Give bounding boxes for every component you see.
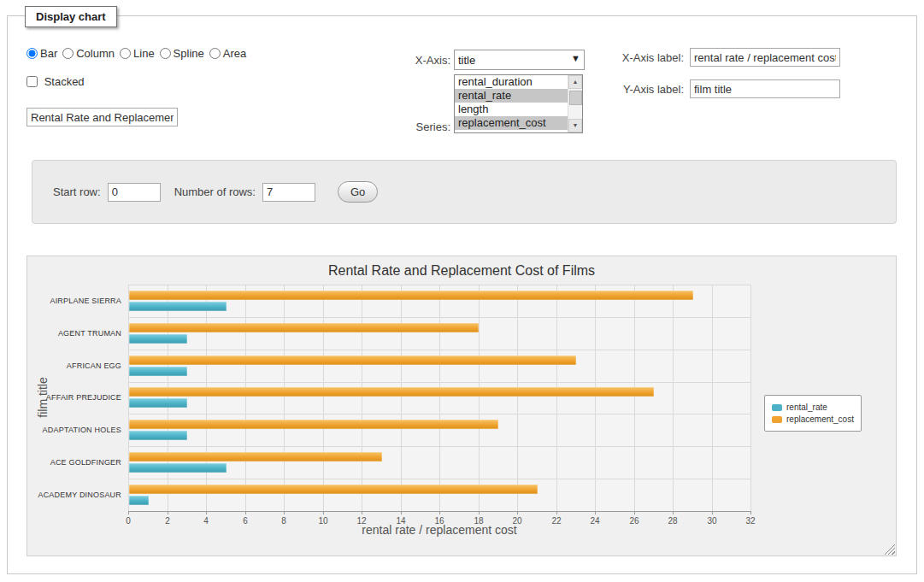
chart-panel: Rental Rate and Replacement Cost of Film… [26,256,897,556]
chart-legend: rental_ratereplacement_cost [764,395,862,432]
gridline [401,285,402,511]
x-tick-label: 12 [356,516,366,526]
chart-type-label: Spline [174,47,204,60]
bar-replacement_cost [129,452,382,461]
chart-type-radio-area[interactable] [209,48,221,59]
series-option-replacement_cost[interactable]: replacement_cost [455,116,568,130]
x-tick-label: 8 [281,516,286,526]
gridline [128,285,750,285]
x-tick-label: 20 [512,516,521,526]
bar-replacement_cost [129,291,693,300]
gridline [634,285,635,511]
x-tick-label: 26 [629,516,639,526]
series-option-rental_rate[interactable]: rental_rate [455,89,568,103]
category-label: AFRICAN EGG [31,362,121,370]
go-button[interactable]: Go [338,181,378,203]
stacked-option: Stacked [26,75,85,88]
gridline [595,285,596,511]
x-tick-label: 24 [590,516,599,526]
y-axis-label-field-label: Y-Axis label: [596,83,684,96]
number-of-rows-label: Number of rows: [174,185,256,198]
series-option-length[interactable]: length [455,103,568,116]
category-label: ADAPTATION HOLES [31,426,121,434]
x-axis-select-wrap: title ▼ [454,50,585,70]
series-field-label: Series: [382,121,450,133]
legend-item-replacement_cost[interactable]: replacement_cost [772,414,854,424]
bar-replacement_cost [129,323,479,332]
gridline [128,382,750,383]
x-tick-label: 28 [668,516,677,526]
chart-type-radio-group: BarColumnLineSplineArea [26,47,251,60]
gridline [362,285,362,511]
category-label: AIRPLANE SIERRA [31,297,121,305]
bar-rental_rate [129,431,187,440]
bar-replacement_cost [129,420,498,429]
x-tick-label: 16 [434,516,444,526]
gridline [128,414,750,414]
chart-title: Rental Rate and Replacement Cost of Film… [27,263,896,279]
chart-type-label: Column [76,47,115,60]
chart-type-option-line: Line [120,47,155,60]
legend-label: rental_rate [786,403,827,412]
scrollbar-thumb[interactable] [569,91,582,105]
display-chart-fieldset: Display chart BarColumnLineSplineArea St… [7,15,917,574]
chart-type-label: Bar [40,47,57,60]
number-of-rows-input[interactable] [262,183,315,202]
bar-rental_rate [129,398,187,408]
chart-title-input[interactable] [26,108,178,126]
x-axis-select[interactable]: title [454,50,585,70]
series-option-rental_duration[interactable]: rental_duration [455,75,568,89]
chart-type-radio-spline[interactable] [160,48,171,59]
bar-rental_rate [129,302,227,311]
gridline [439,285,440,511]
legend-swatch-rental_rate [772,404,782,411]
resize-handle[interactable] [884,544,895,555]
gridline [750,285,751,511]
bar-rental_rate [129,463,227,473]
chart-type-radio-bar[interactable] [26,48,38,59]
bar-rental_rate [129,496,149,505]
x-tick-label: 6 [243,516,248,526]
x-tick-label: 18 [474,516,483,526]
legend-item-rental_rate[interactable]: rental_rate [772,403,854,412]
category-label: AFFAIR PREJUDICE [31,393,121,402]
gridline [284,285,285,511]
category-label: ACADEMY DINOSAUR [31,491,121,499]
chart-type-option-bar: Bar [26,47,57,60]
x-tick-label: 10 [318,516,327,526]
chart-type-option-column: Column [62,47,115,60]
row-controls-panel: Start row: Number of rows: Go [32,160,897,224]
chart-type-option-area: Area [209,47,246,60]
scroll-up-icon[interactable]: ▲ [568,75,582,89]
bar-replacement_cost [129,387,654,397]
x-axis-label-input[interactable] [690,48,840,67]
chart-type-radio-line[interactable] [120,48,131,59]
legend-swatch-replacement_cost [772,416,782,423]
chart-type-radio-column[interactable] [62,48,74,59]
x-axis-line [128,511,751,512]
gridline [479,285,480,511]
stacked-checkbox[interactable] [26,76,38,87]
gridline [673,285,674,511]
stacked-label: Stacked [44,75,85,88]
start-row-input[interactable] [108,183,161,202]
y-axis-label-input[interactable] [690,79,840,98]
gridline [206,285,207,511]
chart-type-option-spline: Spline [160,47,204,60]
gridline [517,285,518,511]
x-tick-label: 32 [745,516,755,526]
x-tick-label: 4 [203,516,209,526]
x-axis-label-field-label: X-Axis label: [596,51,684,64]
start-row-label: Start row: [53,185,101,198]
x-tick-label: 2 [165,516,170,526]
category-label: ACE GOLDFINGER [31,458,121,467]
x-tick-label: 30 [707,516,716,526]
gridline [556,285,557,511]
gridline [323,285,324,511]
x-axis-field-label: X-Axis: [382,54,450,67]
scroll-down-icon[interactable]: ▼ [568,119,582,132]
bar-rental_rate [129,367,187,376]
gridline [128,350,750,350]
series-listbox[interactable]: rental_durationrental_ratelengthreplacem… [454,74,583,133]
series-scrollbar[interactable]: ▲ ▼ [568,75,582,132]
